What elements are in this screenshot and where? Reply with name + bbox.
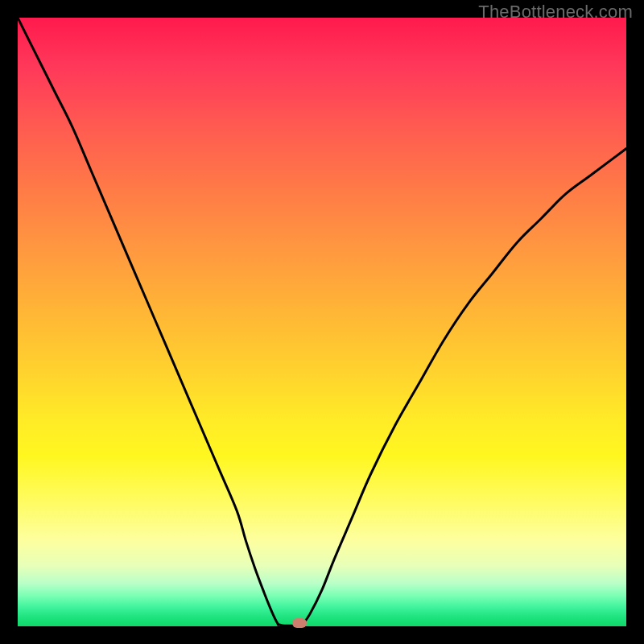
plot-area bbox=[18, 18, 626, 626]
bottleneck-curve bbox=[18, 18, 626, 626]
optimum-marker bbox=[292, 618, 307, 628]
chart-frame: TheBottleneck.com bbox=[0, 0, 644, 644]
